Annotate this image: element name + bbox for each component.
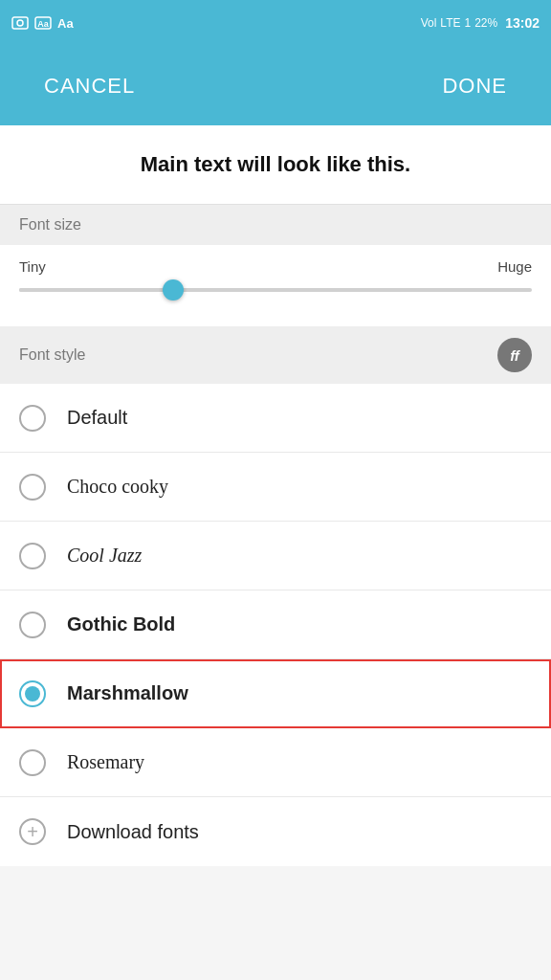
font-item-cool-jazz[interactable]: Cool Jazz bbox=[0, 522, 551, 590]
preview-text: Main text will look like this. bbox=[141, 152, 410, 176]
slider-fill bbox=[19, 288, 173, 292]
font-name-rosemary: Rosemary bbox=[67, 751, 144, 773]
time-label: 13:02 bbox=[505, 15, 540, 31]
font-size-label: Font size bbox=[19, 216, 81, 234]
slider-thumb[interactable] bbox=[163, 279, 184, 301]
svg-text:Aa: Aa bbox=[37, 19, 49, 29]
font-name-default: Default bbox=[67, 407, 127, 429]
font-item-default[interactable]: Default bbox=[0, 384, 551, 453]
huge-label: Huge bbox=[497, 258, 532, 275]
font-size-slider[interactable] bbox=[19, 288, 532, 292]
ff-badge-label: ff bbox=[510, 347, 519, 364]
font-size-slider-container: Tiny Huge bbox=[0, 245, 551, 326]
radio-inner-marshmallow bbox=[25, 686, 40, 702]
slider-labels: Tiny Huge bbox=[19, 258, 532, 275]
radio-cool-jazz bbox=[19, 543, 46, 569]
radio-rosemary bbox=[19, 749, 46, 776]
font-item-choco-cooky[interactable]: Choco cooky bbox=[0, 453, 551, 522]
lte-label: LTE bbox=[440, 16, 460, 30]
radio-gothic-bold bbox=[19, 612, 46, 638]
download-fonts-label: Download fonts bbox=[67, 821, 199, 843]
tiny-label: Tiny bbox=[19, 258, 46, 275]
font-item-gothic-bold[interactable]: Gothic Bold bbox=[0, 590, 551, 659]
font-name-cool-jazz: Cool Jazz bbox=[67, 545, 142, 567]
radio-marshmallow bbox=[19, 680, 46, 707]
radio-default bbox=[19, 405, 46, 432]
screenshot-icon bbox=[11, 15, 29, 31]
action-bar: CANCEL DONE bbox=[0, 46, 551, 125]
sim-label: 1 bbox=[464, 16, 471, 30]
status-bar-left: Aa Aa bbox=[11, 15, 74, 31]
preview-area: Main text will look like this. bbox=[0, 125, 551, 205]
radio-choco-cooky bbox=[19, 474, 46, 501]
done-button[interactable]: DONE bbox=[427, 64, 522, 108]
font-name-marshmallow: Marshmallow bbox=[67, 682, 188, 704]
font-item-marshmallow[interactable]: Marshmallow bbox=[0, 659, 551, 728]
status-bar-right: Vol LTE 1 22% 13:02 bbox=[421, 15, 540, 31]
svg-point-1 bbox=[17, 20, 23, 26]
font-item-rosemary[interactable]: Rosemary bbox=[0, 728, 551, 797]
svg-rect-0 bbox=[12, 17, 28, 29]
status-bar: Aa Aa Vol LTE 1 22% 13:02 bbox=[0, 0, 551, 46]
font-size-section-header: Font size bbox=[0, 205, 551, 245]
plus-icon: + bbox=[19, 818, 46, 845]
font-style-label: Font style bbox=[19, 346, 85, 364]
font-list: Default Choco cooky Cool Jazz Gothic Bol… bbox=[0, 384, 551, 797]
image-icon: Aa bbox=[34, 15, 52, 31]
font-name-gothic-bold: Gothic Bold bbox=[67, 613, 175, 635]
battery-text: 22% bbox=[474, 16, 497, 30]
download-fonts-item[interactable]: + Download fonts bbox=[0, 797, 551, 866]
vol-label: Vol bbox=[421, 16, 437, 30]
status-aa-label: Aa bbox=[57, 16, 74, 31]
cancel-button[interactable]: CANCEL bbox=[29, 64, 150, 108]
ff-badge[interactable]: ff bbox=[497, 338, 532, 372]
font-name-choco-cooky: Choco cooky bbox=[67, 476, 168, 498]
font-style-section-header: Font style ff bbox=[0, 326, 551, 384]
